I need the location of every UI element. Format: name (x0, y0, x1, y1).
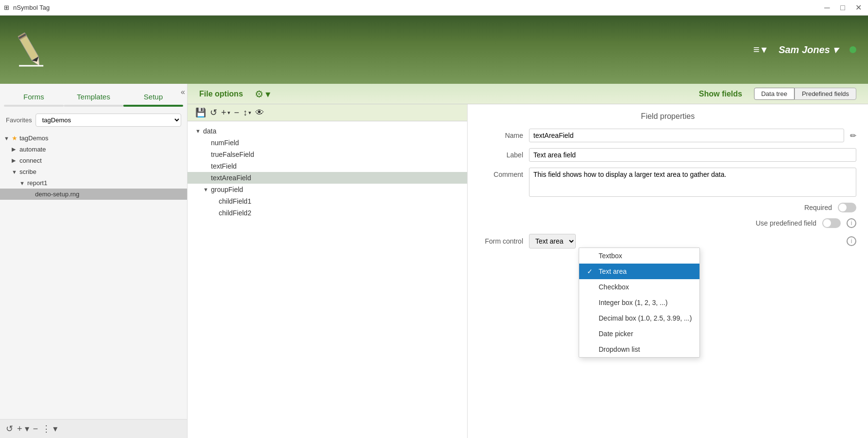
favorites-select[interactable]: tagDemos (36, 114, 181, 127)
dropdown-label-textarea: Text area (599, 267, 627, 275)
required-row: Required (479, 203, 856, 212)
data-tree-label-numfield: numField (211, 139, 239, 147)
use-predefined-info-icon[interactable]: i (847, 218, 856, 228)
refresh-tree-button[interactable]: ↺ (210, 107, 217, 118)
dropdown-item-textbox[interactable]: Textbox (579, 248, 699, 264)
dropdown-label-checkbox: Checkbox (599, 283, 629, 291)
sidebar-item-label-report1: report1 (27, 179, 47, 187)
sidebar-item-demo-setup[interactable]: demo-setup.rng (0, 189, 187, 200)
title-bar: ⊞ nSymbol Tag ─ □ ✕ (0, 0, 868, 16)
sidebar-add-button[interactable]: + ▾ (17, 423, 29, 434)
hamburger-menu-button[interactable]: ≡ ▾ (754, 43, 767, 56)
user-name: Sam Jones (778, 44, 830, 56)
data-tree-label-childfield2: childField2 (219, 209, 251, 217)
label-label: Label (479, 148, 523, 159)
dropdown-item-decimalbox[interactable]: Decimal box (1.0, 2.5, 3.99, ...) (579, 310, 699, 326)
data-tree-item-textareafield[interactable]: textAreaField (188, 172, 467, 184)
form-control-dropdown: Textbox ✓ Text area Checkbox (579, 248, 700, 358)
show-fields-toggle: Data tree Predefined fields (754, 88, 856, 100)
tab-indicator-templates (64, 105, 124, 107)
sidebar-item-connect[interactable]: ▶ connect (0, 155, 187, 166)
dropdown-label-decimalbox: Decimal box (1.0, 2.5, 3.99, ...) (599, 314, 692, 322)
field-properties-title: Field properties (479, 112, 856, 121)
dropdown-label-datepicker: Date picker (599, 330, 633, 338)
star-icon-tagdemos: ★ (12, 134, 18, 142)
dropdown-item-dropdownlist[interactable]: Dropdown list (579, 342, 699, 357)
split-content: 💾 ↺ +▾ − ↕▾ 👁 (188, 104, 868, 438)
sidebar-item-scribe[interactable]: ▼ scribe (0, 166, 187, 177)
add-icon: + (221, 108, 226, 118)
file-options-label: File options (199, 90, 243, 98)
add-dropdown-arrow: ▾ (227, 110, 230, 116)
data-tree-item-data[interactable]: ▼ data (188, 125, 467, 137)
remove-icon: − (234, 108, 240, 118)
header-right: ≡ ▾ Sam Jones ▾ (754, 43, 856, 56)
predefined-fields-view-button[interactable]: Predefined fields (794, 88, 856, 100)
expand-arrow-tagdemos: ▼ (4, 135, 12, 141)
tab-forms[interactable]: Forms (4, 89, 64, 105)
dropdown-item-checkbox[interactable]: Checkbox (579, 279, 699, 295)
data-tree-item-childfield2[interactable]: childField2 (188, 207, 467, 219)
sidebar-item-tagdemos[interactable]: ▼ ★ tagDemos (0, 133, 187, 144)
sidebar-refresh-button[interactable]: ↺ (6, 423, 13, 434)
dropdown-item-textarea[interactable]: ✓ Text area (579, 264, 699, 279)
sidebar-item-report1[interactable]: ▼ report1 (0, 177, 187, 189)
data-tree-item-groupfield[interactable]: ▼ groupField (188, 184, 467, 195)
name-input[interactable] (529, 129, 844, 142)
sidebar-item-automate[interactable]: ▶ automate (0, 144, 187, 155)
sidebar-collapse-button[interactable]: « (181, 88, 185, 96)
expand-arrow-connect: ▶ (12, 157, 19, 164)
required-label: Required (804, 204, 832, 211)
dropdown-item-datepicker[interactable]: Date picker (579, 326, 699, 342)
title-bar-left: ⊞ nSymbol Tag (4, 4, 50, 11)
comment-textarea[interactable]: This field shows how to display a larger… (529, 168, 856, 197)
sidebar-remove-button[interactable]: − (33, 424, 38, 434)
form-control-info-icon[interactable]: i (847, 236, 856, 246)
user-menu-button[interactable]: Sam Jones ▾ (778, 44, 838, 56)
data-tree-item-truefalse[interactable]: trueFalseField (188, 149, 467, 160)
sidebar-more-button[interactable]: ⋮ ▾ (42, 423, 57, 434)
expand-arrow-automate: ▶ (12, 146, 19, 152)
user-dropdown-arrow: ▾ (833, 44, 838, 56)
dropdown-item-integerbox[interactable]: Integer box (1, 2, 3, ...) (579, 295, 699, 310)
dropdown-label-textbox: Textbox (599, 252, 622, 260)
save-tree-button[interactable]: 💾 (195, 107, 206, 118)
use-predefined-row: Use predefined field i (479, 218, 856, 228)
name-prop-row: Name ✏ (479, 129, 856, 142)
data-tree-item-textfield[interactable]: textField (188, 160, 467, 172)
label-input[interactable] (529, 148, 856, 162)
minimize-button[interactable]: ─ (821, 2, 833, 14)
close-button[interactable]: ✕ (852, 2, 864, 14)
sidebar-item-label-scribe: scribe (19, 168, 37, 175)
name-edit-button[interactable]: ✏ (850, 131, 856, 140)
form-control-select[interactable]: Text area (529, 234, 576, 248)
file-options-bar: File options ⚙ ▾ Show fields Data tree P… (188, 84, 868, 104)
view-tree-button[interactable]: 👁 (255, 108, 264, 118)
tab-indicator-setup (123, 105, 183, 107)
add-tree-button[interactable]: +▾ (221, 108, 230, 118)
data-tree-view-button[interactable]: Data tree (754, 88, 794, 100)
tab-templates[interactable]: Templates (64, 89, 124, 105)
user-status-dot (849, 46, 856, 53)
field-properties-panel: Field properties Name ✏ Label Comment Th… (468, 104, 868, 438)
form-control-row: Form control Text area Textbox (479, 234, 856, 248)
use-predefined-toggle[interactable] (822, 218, 841, 228)
file-options-gear-button[interactable]: ⚙ ▾ (255, 88, 270, 100)
textarea-check: ✓ (587, 267, 595, 275)
tab-setup[interactable]: Setup (123, 89, 183, 105)
gear-icon: ⚙ (255, 88, 264, 100)
data-tree-item-numfield[interactable]: numField (188, 137, 467, 149)
eye-icon: 👁 (255, 108, 264, 118)
move-tree-button[interactable]: ↕▾ (243, 108, 251, 118)
tree-panel: 💾 ↺ +▾ − ↕▾ 👁 (188, 104, 468, 438)
maximize-button[interactable]: □ (837, 2, 849, 14)
show-fields-label: Show fields (699, 90, 742, 98)
form-control-label: Form control (479, 237, 523, 245)
remove-tree-button[interactable]: − (234, 108, 240, 118)
hamburger-arrow: ▾ (761, 43, 767, 56)
tab-indicator-forms (4, 105, 64, 107)
sidebar: Forms Templates Setup « Favorites tagDem… (0, 84, 188, 438)
sidebar-item-label-automate: automate (19, 146, 46, 153)
required-toggle[interactable] (838, 203, 856, 212)
data-tree-item-childfield1[interactable]: childField1 (188, 195, 467, 207)
